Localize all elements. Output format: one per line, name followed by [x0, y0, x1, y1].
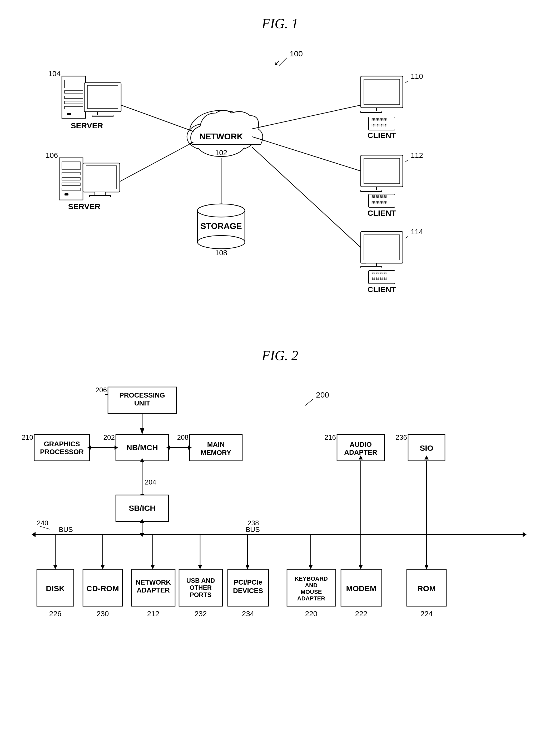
- ref-236: 236: [396, 433, 407, 441]
- svg-rect-29: [86, 166, 117, 189]
- sb-ich-label: SB/ICH: [129, 504, 156, 513]
- svg-text:≋≋≋≋: ≋≋≋≋: [371, 122, 387, 128]
- ref-204: 204: [145, 478, 156, 486]
- svg-text:PORTS: PORTS: [190, 591, 212, 598]
- fig1-container: FIG. 1 100 ↙ NETWORK 102: [21, 16, 539, 327]
- client1-label: CLIENT: [367, 131, 396, 140]
- svg-line-47: [405, 81, 408, 83]
- svg-rect-17: [87, 85, 118, 109]
- svg-marker-92: [140, 533, 144, 537]
- svg-line-48: [252, 105, 361, 129]
- svg-marker-108: [198, 565, 202, 569]
- svg-text:KEYBOARD: KEYBOARD: [295, 575, 328, 582]
- server1: SERVER 104: [48, 70, 194, 132]
- svg-text:≋≋≋≋: ≋≋≋≋: [371, 200, 387, 205]
- page: FIG. 1 100 ↙ NETWORK 102: [0, 0, 560, 754]
- client3-label: CLIENT: [367, 285, 396, 294]
- ref-232: 232: [195, 610, 207, 618]
- disk-label: DISK: [46, 584, 65, 593]
- client1: ≋≋≋≋ ≋≋≋≋ 110 CLIENT: [252, 72, 423, 140]
- svg-marker-117: [308, 565, 313, 569]
- svg-rect-50: [364, 158, 400, 183]
- svg-marker-103: [101, 565, 105, 569]
- svg-marker-105: [151, 565, 155, 569]
- svg-rect-59: [364, 235, 400, 260]
- svg-marker-113: [245, 565, 249, 569]
- svg-rect-52: [361, 190, 382, 192]
- ref-234: 234: [242, 610, 254, 618]
- svg-text:AUDIO: AUDIO: [349, 441, 372, 448]
- fig1-title: FIG. 1: [21, 16, 539, 31]
- svg-marker-88: [523, 532, 526, 537]
- svg-text:USB AND: USB AND: [186, 577, 215, 584]
- storage: STORAGE 108: [198, 158, 245, 257]
- svg-rect-41: [364, 79, 400, 104]
- svg-text:≋≋≋≋: ≋≋≋≋: [371, 276, 387, 282]
- svg-text:≋≋≋≋: ≋≋≋≋: [371, 270, 387, 275]
- fig2-title: FIG. 2: [21, 348, 539, 363]
- svg-text:MAIN: MAIN: [207, 441, 225, 448]
- svg-text:PCI/PCIe: PCI/PCIe: [234, 578, 262, 586]
- svg-text:≋≋≋≋: ≋≋≋≋: [371, 194, 387, 199]
- svg-rect-9: [62, 76, 85, 118]
- ref-206: 206: [96, 386, 107, 394]
- svg-text:DEVICES: DEVICES: [233, 587, 263, 595]
- svg-rect-27: [64, 193, 68, 195]
- ref-238: 238: [247, 519, 259, 527]
- svg-line-66: [252, 147, 361, 247]
- ref-210: 210: [22, 433, 33, 441]
- svg-text:PROCESSOR: PROCESSOR: [40, 448, 84, 456]
- nb-mch-label: NB/MCH: [126, 443, 158, 452]
- server2-label: SERVER: [68, 202, 101, 211]
- ref-220: 220: [305, 610, 318, 618]
- storage-ref: 108: [215, 249, 227, 257]
- server2-ref: 106: [45, 151, 58, 159]
- svg-text:ADAPTER: ADAPTER: [344, 448, 377, 456]
- storage-label: STORAGE: [200, 221, 242, 231]
- network-label: NETWORK: [199, 132, 243, 141]
- svg-marker-125: [424, 565, 428, 569]
- svg-rect-60: [366, 263, 377, 266]
- svg-text:OTHER: OTHER: [189, 584, 212, 591]
- client2-label: CLIENT: [367, 209, 396, 217]
- svg-rect-61: [361, 266, 382, 268]
- svg-point-37: [198, 235, 245, 249]
- network-cloud: NETWORK 102: [187, 110, 263, 157]
- fig1-diagram: 100 ↙ NETWORK 102: [21, 42, 537, 326]
- client2-ref: 112: [411, 151, 423, 159]
- server1-label: SERVER: [71, 121, 103, 130]
- modem-label: MODEM: [346, 584, 377, 593]
- ref-200: 200: [316, 390, 329, 399]
- svg-rect-19: [92, 115, 113, 117]
- ref-100: 100: [289, 49, 303, 58]
- svg-text:ADAPTER: ADAPTER: [297, 595, 325, 602]
- svg-line-65: [405, 236, 408, 238]
- svg-rect-51: [366, 187, 377, 190]
- fig2-diagram: 200 PROCESSING UNIT 206 NB/MCH 202 MAIN …: [21, 374, 537, 737]
- server2: SERVER 106: [45, 142, 194, 211]
- bus-left-label: BUS: [59, 526, 73, 534]
- network-adapter-label: NETWORK: [136, 578, 171, 586]
- server1-ref: 104: [48, 70, 61, 78]
- svg-rect-43: [361, 111, 382, 113]
- network-ref: 102: [215, 149, 227, 157]
- client2: ≋≋≋≋ ≋≋≋≋ 112 CLIENT: [252, 137, 423, 217]
- svg-line-67: [305, 399, 313, 405]
- svg-rect-42: [366, 108, 377, 111]
- svg-text:≋≋≋≋: ≋≋≋≋: [371, 117, 387, 122]
- ref-240: 240: [37, 519, 48, 527]
- svg-rect-15: [67, 113, 71, 115]
- svg-line-57: [252, 137, 361, 171]
- svg-point-38: [198, 204, 245, 217]
- rom-label: ROM: [417, 584, 436, 593]
- client3-ref: 114: [411, 228, 423, 236]
- ref-226: 226: [49, 610, 62, 618]
- fig2-container: FIG. 2 200 PROCESSING UNIT 206 NB/MCH 20…: [21, 348, 539, 730]
- ref-224: 224: [420, 610, 433, 618]
- svg-rect-31: [89, 195, 111, 197]
- ref-230: 230: [97, 610, 109, 618]
- svg-text:↙: ↙: [274, 58, 280, 67]
- svg-rect-21: [59, 158, 83, 200]
- sio-label: SIO: [420, 444, 433, 452]
- processing-unit-label: PROCESSING: [119, 391, 165, 399]
